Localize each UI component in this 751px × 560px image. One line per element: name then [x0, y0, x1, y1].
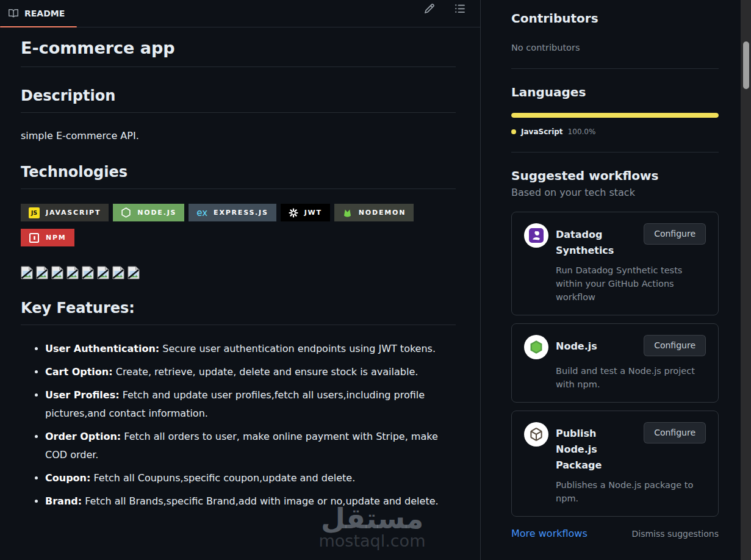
- feature-text: Fetch all Brands,specific Brand,add with…: [85, 495, 438, 507]
- language-percent: 100.0%: [568, 127, 596, 136]
- feature-label: User Authentication:: [45, 343, 159, 354]
- technology-badges: JS JAVASCRIPT NODE.JS ex EXPRESS.JS: [21, 204, 456, 254]
- key-features-heading: Key Features:: [21, 299, 456, 325]
- book-icon: [9, 9, 18, 18]
- feature-label: Brand:: [45, 495, 82, 507]
- package-icon: [524, 422, 548, 447]
- workflow-card-nodejs: Node.js Configure Build and test a Node.…: [511, 323, 719, 403]
- broken-image-icon: [128, 266, 140, 279]
- broken-image-icon: [51, 266, 63, 279]
- page-title: E-commerce app: [21, 38, 456, 67]
- configure-button-datadog[interactable]: Configure: [644, 223, 706, 245]
- readme-panel: README E-commerce app Description simple…: [0, 0, 481, 560]
- badge-expressjs: ex EXPRESS.JS: [189, 204, 276, 221]
- express-icon: ex: [196, 207, 207, 218]
- broken-image-icon: [21, 266, 33, 279]
- workflow-cards: Datadog Synthetics Configure Run Datadog…: [511, 212, 719, 517]
- feature-item: Brand: Fetch all Brands,specific Brand,a…: [45, 492, 456, 511]
- broken-image-icon: [66, 266, 79, 279]
- readme-actions: [423, 2, 467, 15]
- feature-item: Coupon: Fetch all Coupuns,specific coupo…: [45, 469, 456, 487]
- more-workflows-link[interactable]: More workflows: [511, 528, 588, 539]
- language-bar-segment-javascript[interactable]: [511, 113, 719, 118]
- workflow-description: Run Datadog Synthetic tests within your …: [556, 264, 706, 304]
- repository-readme-page: README E-commerce app Description simple…: [0, 0, 751, 560]
- badge-javascript: JS JAVASCRIPT: [21, 204, 109, 221]
- suggested-workflows-section: Suggested workflows Based on your tech s…: [511, 153, 719, 555]
- no-contributors-text: No contributors: [511, 43, 719, 52]
- workflow-card-datadog-synthetics: Datadog Synthetics Configure Run Datadog…: [511, 212, 719, 315]
- badge-label: NODEMON: [359, 209, 406, 217]
- broken-image-icon: [97, 266, 109, 279]
- badge-label: JAVASCRIPT: [46, 209, 101, 217]
- dismiss-suggestions-button[interactable]: Dismiss suggestions: [632, 529, 719, 539]
- badge-jwt: JWT: [281, 204, 330, 221]
- language-legend-javascript[interactable]: JavaScript 100.0%: [511, 127, 719, 136]
- npm-icon: [29, 232, 40, 243]
- nodejs-icon: [121, 207, 131, 218]
- broken-images-row: [21, 266, 456, 279]
- broken-image-icon: [112, 266, 124, 279]
- contributors-heading: Contributors: [511, 10, 719, 27]
- language-name: JavaScript: [521, 127, 563, 136]
- workflow-card-publish-node-package: Publish Node.js Package Configure Publis…: [511, 411, 719, 517]
- list-icon[interactable]: [453, 2, 467, 15]
- active-tab-indicator: [0, 26, 77, 27]
- languages-section: Languages JavaScript 100.0%: [511, 69, 719, 153]
- repo-sidebar: Contributors No contributors Languages J…: [511, 0, 719, 555]
- feature-text: Create, retrieve, update, delete and ens…: [116, 366, 419, 378]
- workflow-description: Publishes a Node.js package to npm.: [556, 478, 706, 505]
- feature-text: Secure user authentication endpoints usi…: [162, 343, 436, 354]
- badge-nodejs: NODE.JS: [113, 204, 184, 221]
- languages-heading: Languages: [511, 84, 719, 101]
- feature-label: Order Option:: [45, 431, 121, 442]
- badge-label: NODE.JS: [137, 209, 176, 217]
- language-dot-icon: [511, 129, 516, 134]
- badge-npm: NPM: [21, 229, 74, 246]
- workflows-footer: More workflows Dismiss suggestions: [511, 528, 719, 539]
- scrollbar-track[interactable]: [741, 0, 751, 560]
- feature-item: User Profiles: Fetch and update user pro…: [45, 386, 456, 423]
- description-text: simple E-commerce API.: [21, 129, 456, 143]
- workflow-title: Node.js: [556, 335, 636, 354]
- badge-label: JWT: [304, 209, 322, 217]
- nodejs-hexagon-icon: [524, 335, 548, 359]
- configure-button-publish-package[interactable]: Configure: [644, 422, 706, 443]
- badge-label: NPM: [46, 234, 66, 242]
- suggested-workflows-heading: Suggested workflows: [511, 167, 719, 184]
- configure-button-nodejs[interactable]: Configure: [644, 335, 706, 356]
- feature-label: User Profiles:: [45, 389, 120, 401]
- tab-readme-label: README: [24, 9, 65, 18]
- broken-image-icon: [36, 266, 48, 279]
- feature-item: User Authentication: Secure user authent…: [45, 340, 456, 358]
- badge-nodemon: NODEMON: [334, 204, 414, 221]
- jwt-icon: [289, 208, 298, 218]
- scrollbar-thumb[interactable]: [743, 41, 749, 89]
- technologies-heading: Technologies: [21, 163, 456, 189]
- nodemon-icon: [342, 207, 353, 218]
- pencil-icon[interactable]: [423, 2, 436, 15]
- readme-tabbar: README: [0, 0, 480, 27]
- workflows-subheading: Based on your tech stack: [511, 187, 719, 198]
- tab-readme[interactable]: README: [0, 0, 73, 27]
- feature-label: Cart Option:: [45, 366, 113, 378]
- workflow-title: Publish Node.js Package: [556, 422, 636, 473]
- broken-image-icon: [82, 266, 94, 279]
- workflow-title: Datadog Synthetics: [556, 223, 636, 259]
- feature-text: Fetch all Coupuns,specific coupon,update…: [93, 472, 355, 484]
- feature-item: Cart Option: Create, retrieve, update, d…: [45, 363, 456, 381]
- language-bar[interactable]: [511, 113, 719, 118]
- datadog-icon: [524, 223, 548, 248]
- badge-label: EXPRESS.JS: [214, 209, 268, 217]
- javascript-icon: JS: [29, 207, 40, 218]
- key-features-list: User Authentication: Secure user authent…: [21, 340, 456, 511]
- description-heading: Description: [21, 87, 456, 113]
- workflow-description: Build and test a Node.js project with np…: [556, 364, 706, 391]
- feature-label: Coupon:: [45, 472, 90, 484]
- contributors-section: Contributors No contributors: [511, 0, 719, 69]
- feature-item: Order Option: Fetch all orders to user, …: [45, 428, 456, 464]
- readme-content: E-commerce app Description simple E-comm…: [0, 27, 480, 511]
